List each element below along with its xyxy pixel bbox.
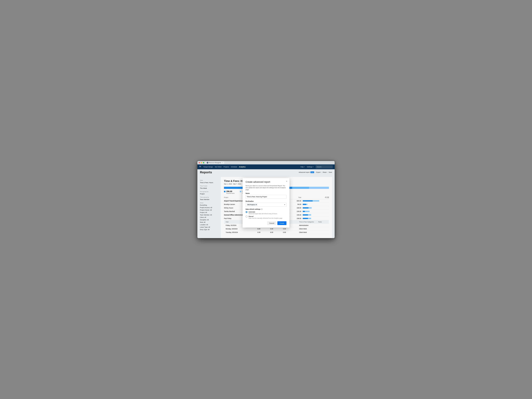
show-filter-item[interactable]: Discipline: All bbox=[200, 219, 218, 221]
first-group-value[interactable]: Project bbox=[200, 193, 218, 195]
radio-unselected-icon bbox=[246, 216, 247, 218]
close-window-icon[interactable] bbox=[199, 162, 200, 163]
row-bar-chart bbox=[303, 204, 329, 205]
detail-val: 0.00 bbox=[248, 231, 261, 233]
then-group-value[interactable]: Team Member bbox=[200, 199, 218, 200]
show-filter-item[interactable]: Team Member: All bbox=[200, 214, 218, 216]
show-filter-item[interactable]: Client: All bbox=[200, 217, 218, 218]
app-logo-icon[interactable] bbox=[199, 166, 201, 168]
show-filter-item[interactable]: Leave Type: All bbox=[200, 226, 218, 228]
page-actions: Advanced report New | Export | Share | S… bbox=[299, 171, 332, 173]
chevron-down-icon bbox=[313, 167, 314, 167]
detail-date: Monday, 3/4/2024 bbox=[224, 228, 248, 230]
detail-row[interactable]: Monday, 3/4/2024 8.00 0.00 0.00 Client W… bbox=[224, 227, 329, 231]
save-link[interactable]: Save bbox=[329, 171, 332, 173]
close-tab-icon[interactable]: × bbox=[222, 162, 223, 163]
name-label: Name bbox=[246, 193, 286, 194]
help-menu[interactable]: Help bbox=[300, 166, 305, 168]
row-total: 156.00 bbox=[291, 218, 301, 219]
col-notes-header: Notes bbox=[317, 221, 329, 223]
detail-val: 0.00 bbox=[261, 228, 274, 230]
report-name-input[interactable] bbox=[246, 195, 286, 199]
nav-user[interactable]: Nivi Oliver bbox=[215, 166, 222, 168]
svg-point-3 bbox=[201, 167, 201, 167]
cancel-button[interactable]: Cancel bbox=[267, 221, 276, 225]
nav-projects[interactable]: Projects bbox=[223, 166, 229, 168]
info-icon[interactable]: i bbox=[261, 208, 262, 210]
then-group-label: Then group by bbox=[200, 196, 218, 198]
chevron-down-icon bbox=[304, 167, 305, 167]
detail-val: 0.00 bbox=[274, 228, 287, 230]
row-total: 130.00 bbox=[291, 211, 301, 212]
app-favicon-icon: ◧ bbox=[207, 162, 208, 163]
detail-date: Tuesday, 3/5/2024 bbox=[224, 231, 248, 233]
create-advanced-report-modal: × Create advanced report Send your data … bbox=[243, 178, 289, 228]
nav-analytics[interactable]: Analytics bbox=[239, 166, 246, 168]
detail-notes bbox=[317, 231, 329, 233]
export-link[interactable]: Export bbox=[316, 171, 321, 173]
view-value[interactable]: Time & Fees: Hours bbox=[200, 182, 218, 183]
timeframe-value[interactable]: This Week bbox=[200, 187, 218, 189]
window-controls bbox=[199, 162, 204, 163]
detail-row[interactable]: Tuesday, 3/5/2024 0.00 8.00 0.00 Client … bbox=[224, 231, 329, 234]
row-total: 168.00 bbox=[291, 207, 301, 209]
refresh-label: Data refresh settings i bbox=[246, 208, 286, 210]
detail-val: 0.00 bbox=[274, 231, 287, 233]
sidebar: View Time & Fees: Hours Time Frame This … bbox=[197, 169, 221, 238]
tab-title: Resource Manageme bbox=[209, 162, 221, 163]
browser-tab[interactable]: ◧ Resource Manageme × bbox=[206, 162, 224, 164]
modal-title: Create advanced report bbox=[246, 181, 286, 183]
breadcrumb-nav: Torque Design Nivi Oliver Projects Sched… bbox=[203, 166, 246, 168]
destination-select[interactable]: RM Projects ✕ ▼ bbox=[246, 203, 286, 207]
detail-category: Client Work bbox=[298, 228, 317, 230]
timeframe-label: Time Frame bbox=[200, 185, 218, 187]
show-filter-item[interactable]: Role: All bbox=[200, 221, 218, 223]
show-label: Show bbox=[200, 202, 218, 204]
detail-category: Administrative bbox=[298, 224, 317, 226]
col-total-header[interactable]: Total bbox=[291, 197, 301, 198]
row-total: 156.00 bbox=[291, 214, 301, 216]
refresh-manual-option[interactable]: Manual Data must be manually refreshed f… bbox=[246, 216, 286, 219]
view-bars-icon[interactable] bbox=[325, 197, 327, 198]
top-nav: Torque Design Nivi Oliver Projects Sched… bbox=[197, 164, 335, 169]
svg-rect-1 bbox=[200, 167, 200, 167]
first-group-label: First group by bbox=[200, 191, 218, 192]
row-bar-chart bbox=[303, 207, 329, 209]
col-category-header: Time & Fees Categories bbox=[298, 221, 317, 223]
view-label: View bbox=[200, 180, 218, 181]
show-filter-item[interactable]: Location: All bbox=[200, 224, 218, 225]
app-window: ◧ Resource Manageme × Torque Design Nivi… bbox=[197, 161, 335, 238]
row-total: 330.00 bbox=[291, 200, 301, 202]
show-filters: EverythingProject Access: AllProject Own… bbox=[200, 204, 218, 231]
detail-notes bbox=[317, 228, 329, 230]
view-list-icon[interactable] bbox=[327, 197, 329, 198]
detail-val: 8.00 bbox=[261, 231, 274, 233]
modal-description: Send your data to a source sheet and Sma… bbox=[246, 185, 286, 191]
destination-chip: RM Projects ✕ bbox=[247, 203, 258, 206]
show-filter-item[interactable]: Entry Type: All bbox=[200, 229, 218, 231]
remove-chip-icon[interactable]: ✕ bbox=[256, 204, 257, 206]
advanced-report-link[interactable]: Advanced report bbox=[299, 171, 310, 173]
titlebar: ◧ Resource Manageme × bbox=[197, 161, 335, 164]
svg-rect-0 bbox=[200, 166, 200, 166]
svg-point-2 bbox=[201, 166, 201, 166]
legend-incurred: 296.00Incurred hours bbox=[224, 190, 234, 194]
row-bar-chart bbox=[303, 200, 329, 201]
settings-menu[interactable]: Settings bbox=[307, 166, 314, 168]
close-icon[interactable]: × bbox=[286, 180, 287, 183]
show-filter-item[interactable]: Project: All bbox=[200, 212, 218, 213]
maximize-window-icon[interactable] bbox=[203, 162, 204, 163]
create-button[interactable]: Create bbox=[277, 221, 286, 225]
nav-schedule[interactable]: Schedule bbox=[231, 166, 237, 168]
show-filter-item[interactable]: Project Owner: All bbox=[200, 209, 218, 211]
refresh-automatic-option[interactable]: Automatic Advanced report data will refr… bbox=[246, 211, 286, 214]
search-input[interactable] bbox=[316, 165, 333, 168]
detail-val: 8.00 bbox=[248, 228, 261, 230]
show-filter-item[interactable]: Project Access: All bbox=[200, 207, 218, 208]
minimize-window-icon[interactable] bbox=[201, 162, 202, 163]
radio-selected-icon bbox=[246, 211, 247, 213]
nav-org[interactable]: Torque Design bbox=[203, 166, 213, 168]
show-filter-item[interactable]: Everything bbox=[200, 204, 218, 206]
share-link[interactable]: Share bbox=[323, 171, 327, 173]
destination-label: Destination bbox=[246, 200, 286, 202]
